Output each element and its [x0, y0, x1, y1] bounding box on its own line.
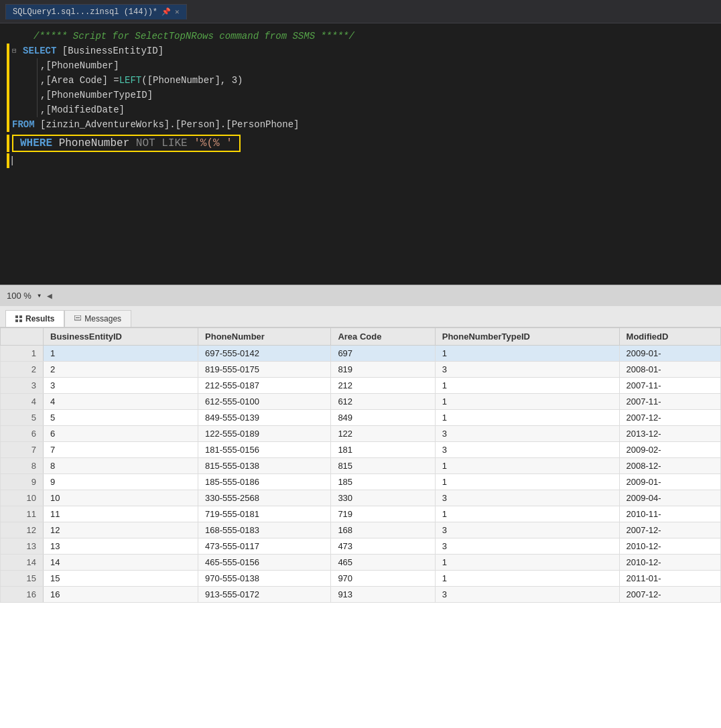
indent-line-4: [37, 102, 38, 117]
table-row[interactable]: 55849-555-013984912007-12-: [1, 410, 721, 426]
yellow-bar-6: [7, 117, 9, 132]
data-cell: 612-555-0100: [198, 394, 331, 410]
comment-text: /***** Script for SelectTopNRows command…: [34, 29, 354, 44]
tab-messages[interactable]: Messages: [64, 310, 131, 327]
table-row[interactable]: 66122-555-018912232013-12-: [1, 426, 721, 442]
pin-icon[interactable]: 📌: [161, 7, 171, 16]
indent-line-1: [37, 58, 38, 73]
data-cell: 8: [44, 458, 198, 474]
table-row[interactable]: 1313473-555-011747332010-12-: [1, 538, 721, 555]
collapse-minus: ⊟: [12, 44, 17, 58]
data-cell: 3: [435, 490, 619, 506]
zoom-dropdown-arrow[interactable]: ▾: [37, 291, 42, 301]
row-number-cell: 1: [1, 346, 44, 362]
comment-line: /***** Script for SelectTopNRows command…: [0, 29, 721, 44]
row-number-cell: 15: [1, 571, 44, 587]
table-row[interactable]: 1616913-555-017291332007-12-: [1, 587, 721, 603]
table-row[interactable]: 1010330-555-256833032009-04-: [1, 490, 721, 506]
data-cell: 330: [331, 490, 435, 506]
data-cell: 2009-01-: [619, 346, 720, 362]
data-cell: 2009-02-: [619, 442, 720, 458]
col-header-phonenumber: PhoneNumber: [198, 328, 331, 346]
data-cell: 212-555-0187: [198, 378, 331, 394]
results-tabs-bar: Results Messages: [0, 306, 721, 327]
data-cell: 2013-12-: [619, 426, 720, 442]
col-header-areacode: Area Code: [331, 328, 435, 346]
table-row[interactable]: 22819-555-017581932008-01-: [1, 362, 721, 378]
data-cell: 2008-12-: [619, 458, 720, 474]
data-cell: 473-555-0117: [198, 538, 331, 555]
zoom-level: 100 %: [7, 291, 31, 301]
data-cell: 3: [435, 538, 619, 555]
data-cell: 1: [435, 346, 619, 362]
tab-results[interactable]: Results: [5, 310, 64, 327]
data-cell: 819-555-0175: [198, 362, 331, 378]
scroll-arrow-left[interactable]: ◀: [47, 291, 52, 301]
indent-line-3: [37, 88, 38, 102]
row-number-cell: 12: [1, 522, 44, 538]
data-cell: 1: [435, 474, 619, 490]
data-cell: 1: [44, 346, 198, 362]
results-tab-label: Results: [25, 314, 54, 323]
data-cell: 122: [331, 426, 435, 442]
table-row[interactable]: 1515970-555-013897012011-01-: [1, 571, 721, 587]
data-cell: 719: [331, 506, 435, 522]
data-cell: 3: [435, 442, 619, 458]
data-cell: 16: [44, 587, 198, 603]
data-cell: 970: [331, 571, 435, 587]
data-cell: 697-555-0142: [198, 346, 331, 362]
data-cell: 122-555-0189: [198, 426, 331, 442]
select-keyword: SELECT [BusinessEntityID]: [9, 44, 163, 58]
table-row[interactable]: 33212-555-018721212007-11-: [1, 378, 721, 394]
data-cell: 3: [44, 378, 198, 394]
tab-label: SQLQuery1.sql...zinsql (144))*: [13, 7, 157, 17]
data-cell: 1: [435, 458, 619, 474]
row-number-cell: 5: [1, 410, 44, 426]
table-row[interactable]: 1212168-555-018316832007-12-: [1, 522, 721, 538]
where-highlight-box: WHERE PhoneNumber NOT LIKE '%(% ': [12, 135, 241, 152]
cursor-line: |: [0, 153, 721, 168]
data-cell: 2007-12-: [619, 410, 720, 426]
data-cell: 6: [44, 426, 198, 442]
data-cell: 330-555-2568: [198, 490, 331, 506]
row-number-cell: 10: [1, 490, 44, 506]
data-cell: 2010-12-: [619, 538, 720, 555]
data-cell: 849: [331, 410, 435, 426]
areacode-line: ,[Area Code] = LEFT ([PhoneNumber], 3): [0, 73, 721, 88]
yellow-indicator: [7, 44, 9, 58]
table-row[interactable]: 99185-555-018618512009-01-: [1, 474, 721, 490]
table-row[interactable]: 88815-555-013881512008-12-: [1, 458, 721, 474]
table-row[interactable]: 11697-555-014269712009-01-: [1, 346, 721, 362]
data-cell: 1: [435, 506, 619, 522]
data-cell: 181-555-0156: [198, 442, 331, 458]
editor-tab[interactable]: SQLQuery1.sql...zinsql (144))* 📌 ✕: [5, 4, 187, 19]
data-cell: 2007-11-: [619, 378, 720, 394]
indent-line-2: [37, 73, 38, 88]
row-number-cell: 3: [1, 378, 44, 394]
data-cell: 815: [331, 458, 435, 474]
results-table-area[interactable]: BusinessEntityID PhoneNumber Area Code P…: [0, 327, 721, 728]
table-row[interactable]: 1414465-555-015646512010-12-: [1, 555, 721, 571]
svg-rect-3: [19, 319, 22, 322]
data-cell: 2011-01-: [619, 571, 720, 587]
data-cell: 465: [331, 555, 435, 571]
data-cell: 2008-01-: [619, 362, 720, 378]
table-header-row: BusinessEntityID PhoneNumber Area Code P…: [1, 328, 721, 346]
data-cell: 11: [44, 506, 198, 522]
table-row[interactable]: 1111719-555-018171912010-11-: [1, 506, 721, 522]
close-icon[interactable]: ✕: [175, 7, 180, 16]
svg-rect-0: [15, 315, 18, 318]
row-number-cell: 16: [1, 587, 44, 603]
table-row[interactable]: 77181-555-015618132009-02-: [1, 442, 721, 458]
row-number-cell: 7: [1, 442, 44, 458]
results-table: BusinessEntityID PhoneNumber Area Code P…: [0, 327, 721, 603]
messages-tab-label: Messages: [84, 314, 121, 323]
data-cell: 2007-12-: [619, 587, 720, 603]
data-cell: 612: [331, 394, 435, 410]
editor-area: /***** Script for SelectTopNRows command…: [0, 23, 721, 285]
table-row[interactable]: 44612-555-010061212007-11-: [1, 394, 721, 410]
data-cell: 1: [435, 571, 619, 587]
row-number-cell: 9: [1, 474, 44, 490]
data-cell: 3: [435, 426, 619, 442]
yellow-bar-3: [7, 73, 9, 88]
